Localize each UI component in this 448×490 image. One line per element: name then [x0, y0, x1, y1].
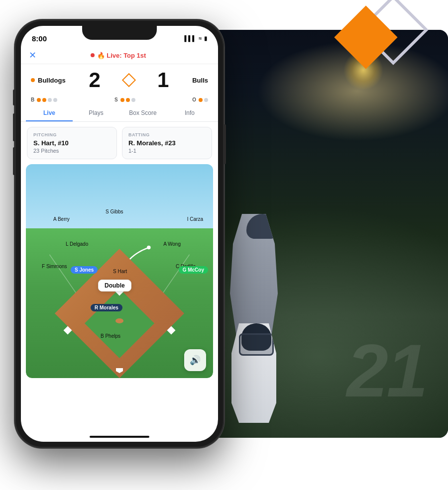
phone-frame: 8:00 ▌▌▌ ≈ ▮ ✕ 🔥 Live: Top 1st — [15, 20, 224, 448]
score-diamond-icon — [122, 73, 136, 87]
batter-name: R. Morales, #23 — [128, 139, 206, 147]
strike-3 — [131, 98, 135, 102]
player-a-berry: A Berry — [53, 216, 70, 222]
batter-helmet — [246, 214, 279, 239]
phone-notch — [82, 26, 157, 40]
tab-box-score[interactable]: Box Score — [119, 105, 166, 121]
home-score: 2 — [89, 68, 101, 92]
live-text: 🔥 Live: Top 1st — [97, 52, 146, 59]
home-indicator — [90, 436, 149, 438]
hit-type-tooltip: Double — [98, 280, 131, 292]
player-i-carza: I Carza — [187, 216, 203, 222]
phone-screen: 8:00 ▌▌▌ ≈ ▮ ✕ 🔥 Live: Top 1st — [21, 26, 218, 442]
out-2 — [204, 98, 208, 102]
score-watermark-2: 2 — [347, 333, 388, 408]
ball-4 — [53, 98, 57, 102]
side-button-vol-down — [13, 147, 15, 175]
player-l-delgado: L Delgado — [66, 241, 88, 247]
strike-2 — [126, 98, 130, 102]
score-section: Bulldogs 2 1 Bulls — [21, 64, 218, 96]
out-1 — [199, 98, 203, 102]
tab-info[interactable]: Info — [166, 105, 213, 121]
pitcher-name: S. Hart, #10 — [33, 139, 111, 147]
pitching-card: PITCHING S. Hart, #10 23 Pitches — [27, 127, 117, 159]
status-icons: ▌▌▌ ≈ ▮ — [185, 35, 207, 42]
out-indicators: O — [192, 97, 208, 102]
player-r-morales: R Morales — [91, 304, 122, 311]
pitching-card-label: PITCHING — [33, 132, 111, 137]
live-indicator: 🔥 Live: Top 1st — [91, 52, 146, 59]
baseball-field: A Berry S Gibbs I Carza L Delgado A Wong… — [26, 164, 213, 378]
side-button-vol-up — [13, 113, 15, 141]
pitcher-mound — [115, 318, 123, 323]
player-g-mccoy: G McCoy — [179, 266, 208, 274]
score-watermark: 1 — [387, 333, 428, 408]
score-divider — [124, 75, 134, 85]
hit-type-label: Double — [105, 282, 125, 289]
catcher-mask — [239, 333, 274, 356]
pitch-count: 23 Pitches — [33, 148, 111, 154]
home-team-name: Bulldogs — [38, 77, 66, 84]
away-score: 1 — [157, 68, 169, 92]
side-button-mute — [13, 90, 15, 105]
player-f-simmons: F Simmons — [42, 264, 67, 269]
count-row: B S O — [21, 96, 218, 105]
wifi-icon: ≈ — [199, 35, 202, 41]
strike-1 — [120, 98, 124, 102]
close-button[interactable]: ✕ — [29, 50, 36, 61]
ball-2 — [42, 98, 46, 102]
sound-button[interactable]: 🔊 — [184, 349, 206, 371]
tab-live[interactable]: Live — [26, 105, 73, 121]
tab-plays[interactable]: Plays — [73, 105, 119, 121]
phone-wrapper: 8:00 ▌▌▌ ≈ ▮ ✕ 🔥 Live: Top 1st — [15, 20, 224, 448]
player-a-wong: A Wong — [163, 241, 181, 247]
catcher-body — [229, 323, 279, 423]
nav-tabs: Live Plays Box Score Info — [21, 105, 218, 122]
ball-3 — [48, 98, 52, 102]
baseball-photo: 1 2 — [189, 30, 448, 438]
strike-indicators: S — [114, 97, 135, 102]
catcher-figure — [219, 298, 294, 423]
out-label: O — [192, 97, 196, 102]
app-header: ✕ 🔥 Live: Top 1st — [21, 48, 218, 64]
battery-icon: ▮ — [204, 35, 207, 42]
info-cards: PITCHING S. Hart, #10 23 Pitches BATTING… — [21, 122, 218, 164]
player-s-gibbs: S Gibbs — [106, 209, 123, 214]
signal-icon: ▌▌▌ — [185, 35, 196, 41]
batting-card: BATTING R. Morales, #23 1-1 — [122, 127, 212, 159]
player-b-phelps: B Phelps — [101, 333, 120, 339]
batting-card-label: BATTING — [128, 132, 206, 137]
player-s-hart: S Hart — [113, 269, 127, 274]
live-dot — [91, 53, 95, 57]
status-time: 8:00 — [32, 34, 47, 43]
away-team-name: Bulls — [192, 77, 208, 84]
ball-label: B — [31, 97, 34, 102]
ball-1 — [37, 98, 41, 102]
sound-icon: 🔊 — [190, 355, 201, 366]
strike-label: S — [114, 97, 118, 102]
player-s-jones: S Jones — [71, 266, 98, 274]
player-r-morales-wrapper: R Morales — [91, 302, 122, 311]
side-button-power — [224, 124, 226, 164]
ball-indicators: B — [31, 97, 57, 102]
batter-stats: 1-1 — [128, 148, 206, 154]
